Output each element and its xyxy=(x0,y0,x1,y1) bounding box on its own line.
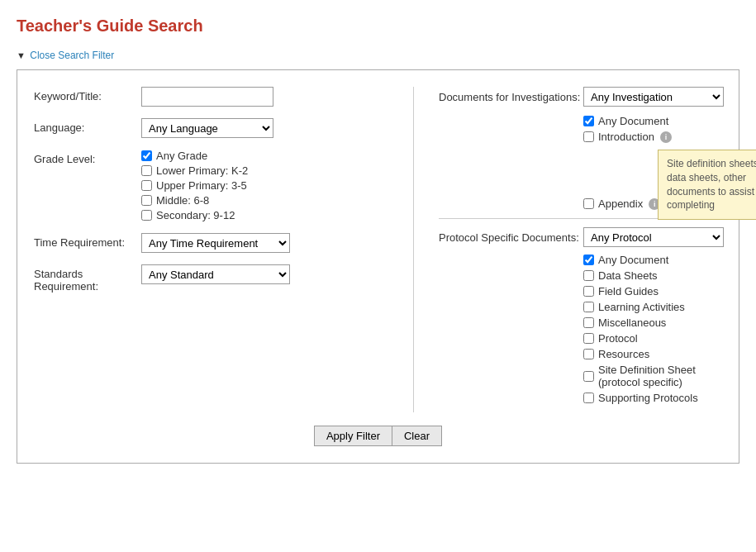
inv-introduction-label[interactable]: Introduction i xyxy=(583,131,724,143)
close-filter-link[interactable]: ▼ Close Search Filter xyxy=(17,50,114,61)
apply-filter-button[interactable]: Apply Filter xyxy=(314,426,392,446)
proto-data-sheets-label[interactable]: Data Sheets xyxy=(583,269,724,282)
filter-panel: Keyword/Title: Language: Any Language En… xyxy=(17,69,739,464)
keyword-control xyxy=(141,87,397,107)
language-row: Language: Any Language English Spanish xyxy=(34,118,397,138)
proto-supporting-text: Supporting Protocols xyxy=(598,392,698,404)
introduction-info-icon[interactable]: i xyxy=(660,131,672,143)
proto-site-def-checkbox[interactable] xyxy=(583,371,594,382)
protocol-docs: Any Document Data Sheets Field Guides Le… xyxy=(583,254,724,404)
proto-resources-text: Resources xyxy=(598,348,649,360)
keyword-label: Keyword/Title: xyxy=(34,87,141,102)
proto-learning-activities-checkbox[interactable] xyxy=(583,302,594,312)
standards-select[interactable]: Any Standard NGSS Common Core xyxy=(141,264,290,284)
keyword-input[interactable] xyxy=(141,87,273,107)
left-column: Keyword/Title: Language: Any Language En… xyxy=(34,87,414,412)
clear-button[interactable]: Clear xyxy=(392,426,442,446)
time-select[interactable]: Any Time Requirement < 1 Hour 1-2 Hours … xyxy=(141,233,290,253)
proto-resources-label[interactable]: Resources xyxy=(583,348,724,360)
protocol-row: Protocol Specific Documents: Any Protoco… xyxy=(439,227,724,247)
proto-learning-activities-label[interactable]: Learning Activities xyxy=(583,301,724,313)
grade-any-checkbox[interactable] xyxy=(141,150,152,161)
investigation-row: Documents for Investigations: Any Invest… xyxy=(439,87,724,107)
proto-any-doc-label[interactable]: Any Document xyxy=(583,254,724,266)
grade-any-text: Any Grade xyxy=(156,150,207,162)
proto-supporting-label[interactable]: Supporting Protocols xyxy=(583,392,724,404)
grade-secondary-label[interactable]: Secondary: 9-12 xyxy=(141,209,397,221)
investigation-label: Documents for Investigations: xyxy=(439,91,583,103)
grade-lower-label[interactable]: Lower Primary: K-2 xyxy=(141,164,397,177)
inv-any-doc-checkbox[interactable] xyxy=(583,116,594,126)
language-label: Language: xyxy=(34,118,141,134)
filter-footer: Apply Filter Clear xyxy=(34,426,722,446)
filter-body: Keyword/Title: Language: Any Language En… xyxy=(34,87,722,412)
time-label: Time Requirement: xyxy=(34,233,141,249)
inv-appendix-checkbox[interactable] xyxy=(583,198,594,209)
proto-field-guides-label[interactable]: Field Guides xyxy=(583,285,724,297)
proto-miscellaneous-label[interactable]: Miscellaneous xyxy=(583,316,724,329)
standards-control: Any Standard NGSS Common Core xyxy=(141,264,397,284)
tooltip-box: Site definition sheets, data sheets, oth… xyxy=(658,150,756,220)
grade-upper-checkbox[interactable] xyxy=(141,180,152,191)
inv-introduction-checkbox[interactable] xyxy=(583,131,594,142)
grade-lower-checkbox[interactable] xyxy=(141,165,152,176)
proto-resources-checkbox[interactable] xyxy=(583,349,594,359)
grade-label: Grade Level: xyxy=(34,150,141,165)
proto-data-sheets-text: Data Sheets xyxy=(598,269,658,282)
grade-lower-text: Lower Primary: K-2 xyxy=(156,164,248,177)
proto-any-doc-checkbox[interactable] xyxy=(583,255,594,265)
time-row: Time Requirement: Any Time Requirement <… xyxy=(34,233,397,253)
arrow-icon: ▼ xyxy=(17,50,26,60)
grade-upper-label[interactable]: Upper Primary: 3-5 xyxy=(141,179,397,192)
proto-learning-activities-text: Learning Activities xyxy=(598,301,685,313)
keyword-row: Keyword/Title: xyxy=(34,87,397,107)
time-control: Any Time Requirement < 1 Hour 1-2 Hours … xyxy=(141,233,397,253)
proto-miscellaneous-checkbox[interactable] xyxy=(583,317,594,328)
proto-site-def-label[interactable]: Site Definition Sheet (protocol specific… xyxy=(583,364,724,388)
proto-supporting-checkbox[interactable] xyxy=(583,393,594,403)
proto-data-sheets-checkbox[interactable] xyxy=(583,270,594,281)
inv-any-doc-text: Any Document xyxy=(598,115,668,127)
investigation-docs: Any Document Introduction i Site definit… xyxy=(583,115,724,210)
protocol-select[interactable]: Any Protocol Protocol A Protocol B xyxy=(583,227,724,247)
language-select[interactable]: Any Language English Spanish xyxy=(141,118,273,138)
standards-row: Standards Requirement: Any Standard NGSS… xyxy=(34,264,397,293)
investigation-select[interactable]: Any Investigation Investigation 1 Invest… xyxy=(583,87,724,107)
grade-secondary-text: Secondary: 9-12 xyxy=(156,209,235,221)
inv-appendix-text: Appendix xyxy=(598,197,643,210)
proto-protocol-label[interactable]: Protocol xyxy=(583,332,724,345)
grade-control: Any Grade Lower Primary: K-2 Upper Prima… xyxy=(141,150,397,221)
grade-upper-text: Upper Primary: 3-5 xyxy=(156,179,247,192)
grade-any-label[interactable]: Any Grade xyxy=(141,150,397,162)
close-filter-label: Close Search Filter xyxy=(30,50,114,61)
grade-row: Grade Level: Any Grade Lower Primary: K-… xyxy=(34,150,397,221)
proto-any-doc-text: Any Document xyxy=(598,254,668,266)
grade-middle-text: Middle: 6-8 xyxy=(156,194,209,207)
proto-site-def-text: Site Definition Sheet (protocol specific… xyxy=(598,364,724,388)
language-control: Any Language English Spanish xyxy=(141,118,397,138)
proto-field-guides-checkbox[interactable] xyxy=(583,286,594,297)
proto-miscellaneous-text: Miscellaneous xyxy=(598,316,666,329)
page-title: Teacher's Guide Search xyxy=(17,17,739,36)
inv-any-doc-label[interactable]: Any Document xyxy=(583,115,724,127)
tooltip-text: Site definition sheets, data sheets, oth… xyxy=(667,158,756,211)
inv-introduction-text: Introduction xyxy=(598,131,654,143)
grade-middle-label[interactable]: Middle: 6-8 xyxy=(141,194,397,207)
proto-protocol-checkbox[interactable] xyxy=(583,333,594,344)
proto-field-guides-text: Field Guides xyxy=(598,285,659,297)
grade-middle-checkbox[interactable] xyxy=(141,195,152,206)
standards-label: Standards Requirement: xyxy=(34,264,141,293)
grade-secondary-checkbox[interactable] xyxy=(141,210,152,221)
proto-protocol-text: Protocol xyxy=(598,332,638,345)
right-column: Documents for Investigations: Any Invest… xyxy=(414,87,724,412)
protocol-label: Protocol Specific Documents: xyxy=(439,231,583,244)
